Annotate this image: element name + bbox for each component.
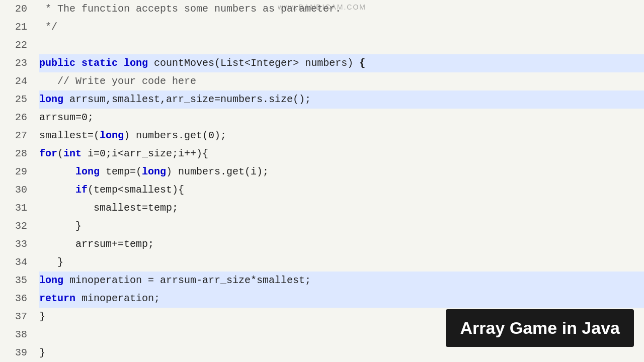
line-num-22: 22: [0, 36, 35, 54]
line-num-20: 20: [0, 0, 35, 18]
line-num-29: 29: [0, 163, 35, 181]
line-numbers: 20 21 22 23 24 25 26 27 28 29 30 31 32 3…: [0, 0, 35, 362]
code-line-36: return minoperation;: [39, 290, 644, 308]
line-num-35: 35: [0, 272, 35, 290]
code-line-22: [39, 36, 644, 54]
line-num-37: 37: [0, 308, 35, 326]
code-line-30: if(temp<smallest){: [39, 181, 644, 199]
line-num-31: 31: [0, 199, 35, 217]
line-num-32: 32: [0, 217, 35, 235]
code-line-29: long temp=(long) numbers.get(i);: [39, 163, 644, 181]
code-content: 20 21 22 23 24 25 26 27 28 29 30 31 32 3…: [0, 0, 644, 362]
code-line-28: for(int i=0;i<arr_size;i++){: [39, 145, 644, 163]
line-num-30: 30: [0, 181, 35, 199]
code-line-31: smallest=temp;: [39, 199, 644, 217]
code-line-27: smallest=(long) numbers.get(0);: [39, 127, 644, 145]
line-num-33: 33: [0, 235, 35, 253]
line-num-21: 21: [0, 18, 35, 36]
line-num-27: 27: [0, 127, 35, 145]
code-lines-container: * The function accepts some numbers as p…: [35, 0, 644, 362]
line-num-38: 38: [0, 326, 35, 344]
code-line-21: */: [39, 18, 644, 36]
line-num-36: 36: [0, 290, 35, 308]
line-num-28: 28: [0, 145, 35, 163]
code-line-25: long arrsum,smallest,arr_size=numbers.si…: [39, 90, 644, 109]
code-line-23: public static long countMoves(List<Integ…: [39, 54, 644, 72]
line-num-25: 25: [0, 90, 35, 109]
code-line-26: arrsum=0;: [39, 109, 644, 127]
line-num-24: 24: [0, 72, 35, 90]
overlay-label-text: Array Game in Java: [460, 318, 620, 337]
line-num-26: 26: [0, 109, 35, 127]
code-line-35: long minoperation = arrsum-arr_size*smal…: [39, 272, 644, 290]
line-num-34: 34: [0, 253, 35, 272]
line-num-23: 23: [0, 54, 35, 72]
code-line-34: }: [39, 253, 644, 272]
line-num-39: 39: [0, 344, 35, 362]
code-line-20: * The function accepts some numbers as p…: [39, 0, 644, 18]
overlay-label: Array Game in Java: [446, 309, 634, 347]
code-line-32: }: [39, 217, 644, 235]
code-line-24: // Write your code here: [39, 72, 644, 90]
code-editor: www.BANDICAM.COM 20 21 22 23 24 25 26 27…: [0, 0, 644, 362]
code-line-33: arrsum+=temp;: [39, 235, 644, 253]
